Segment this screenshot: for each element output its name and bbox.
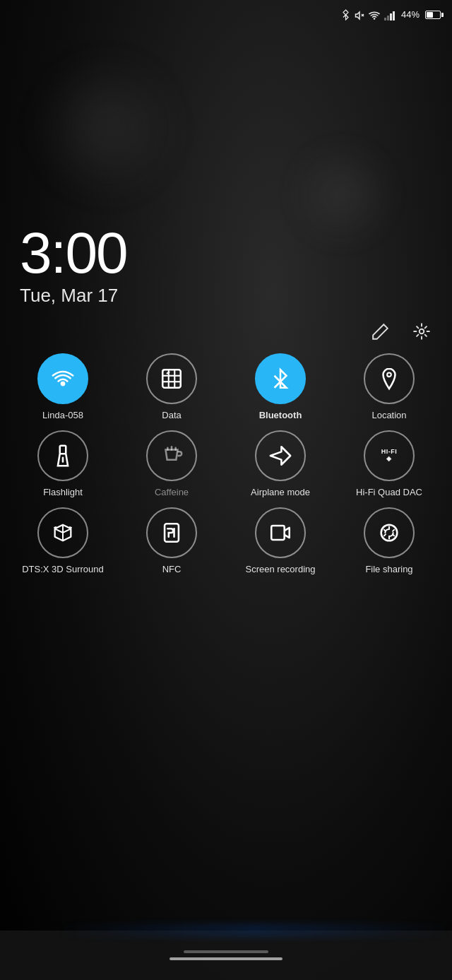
qs-circle-location <box>364 353 415 404</box>
settings-button[interactable] <box>408 318 435 345</box>
qs-circle-data <box>146 353 197 404</box>
gear-icon <box>412 322 431 341</box>
battery-icon <box>425 11 441 19</box>
svg-rect-5 <box>393 11 395 20</box>
edit-row <box>0 307 452 345</box>
location-icon <box>377 367 401 391</box>
caffeine-icon <box>160 444 184 468</box>
qs-circle-wifi <box>37 353 88 404</box>
qs-label-nfc: NFC <box>162 564 182 576</box>
qs-circle-airplane <box>255 430 306 481</box>
hifi-text: HI-FI◈ <box>381 449 398 463</box>
qs-circle-bluetooth <box>255 353 306 404</box>
dts-icon <box>51 521 75 545</box>
battery-percentage: 44% <box>401 9 420 20</box>
qs-item-bluetooth[interactable]: Bluetooth <box>229 353 332 422</box>
svg-rect-2 <box>384 18 386 20</box>
qs-label-data: Data <box>162 410 181 422</box>
file-sharing-icon <box>377 521 401 545</box>
screen-recording-icon <box>268 521 292 545</box>
svg-rect-4 <box>390 13 392 20</box>
clock-area: 3:00 Tue, Mar 17 <box>0 26 452 307</box>
wifi-icon <box>51 367 75 391</box>
quick-settings-grid: Linda-058 Data Bluetooth <box>0 345 452 576</box>
svg-rect-7 <box>162 370 181 389</box>
qs-label-flashlight: Flashlight <box>43 487 83 499</box>
svg-rect-25 <box>271 526 284 540</box>
edit-button[interactable] <box>367 318 394 345</box>
wifi-status-icon <box>369 9 380 20</box>
bottom-glow <box>56 923 452 938</box>
airplane-icon <box>268 444 292 468</box>
qs-item-file-sharing[interactable]: File sharing <box>338 507 441 576</box>
qs-item-screen-recording[interactable]: Screen recording <box>229 507 332 576</box>
qs-circle-flashlight <box>37 430 88 481</box>
svg-rect-16 <box>60 446 66 454</box>
qs-item-nfc[interactable]: NFC <box>120 507 223 576</box>
pencil-icon <box>371 322 390 341</box>
bottom-navigation-bar <box>0 931 452 980</box>
clock-date: Tue, Mar 17 <box>20 285 432 307</box>
data-icon <box>160 367 184 391</box>
qs-item-wifi[interactable]: Linda-058 <box>11 353 114 422</box>
status-bar: 44% <box>0 0 452 26</box>
flashlight-icon <box>51 444 75 468</box>
nfc-icon <box>160 521 184 545</box>
qs-item-data[interactable]: Data <box>120 353 223 422</box>
qs-label-file-sharing: File sharing <box>365 564 412 576</box>
qs-circle-caffeine <box>146 430 197 481</box>
svg-point-15 <box>387 373 391 377</box>
qs-item-flashlight[interactable]: Flashlight <box>11 430 114 499</box>
qs-circle-dts <box>37 507 88 558</box>
qs-label-airplane: Airplane mode <box>251 487 310 499</box>
qs-item-caffeine[interactable]: Caffeine <box>120 430 223 499</box>
qs-item-airplane[interactable]: Airplane mode <box>229 430 332 499</box>
svg-point-6 <box>420 329 424 334</box>
clock-time: 3:00 <box>20 224 432 282</box>
signal-status-icon <box>384 9 397 20</box>
svg-rect-3 <box>387 16 389 20</box>
qs-item-location[interactable]: Location <box>338 353 441 422</box>
bluetooth-status-icon <box>341 8 350 20</box>
qs-label-wifi: Linda-058 <box>42 410 83 422</box>
bluetooth-icon <box>268 367 292 391</box>
mute-status-icon <box>355 9 364 20</box>
qs-label-screen-recording: Screen recording <box>246 564 316 576</box>
bottom-handle <box>184 950 268 953</box>
qs-item-dts[interactable]: DTS:X 3D Surround <box>11 507 114 576</box>
qs-label-dts: DTS:X 3D Surround <box>22 564 104 576</box>
qs-circle-nfc <box>146 507 197 558</box>
qs-circle-hifi: HI-FI◈ <box>364 430 415 481</box>
qs-label-caffeine: Caffeine <box>155 487 189 499</box>
qs-circle-screen-recording <box>255 507 306 558</box>
qs-label-bluetooth: Bluetooth <box>259 410 302 422</box>
qs-item-hifi[interactable]: HI-FI◈ Hi-Fi Quad DAC <box>338 430 441 499</box>
qs-label-location: Location <box>371 410 406 422</box>
qs-circle-file-sharing <box>364 507 415 558</box>
qs-label-hifi: Hi-Fi Quad DAC <box>356 487 422 499</box>
home-indicator[interactable] <box>170 957 282 960</box>
